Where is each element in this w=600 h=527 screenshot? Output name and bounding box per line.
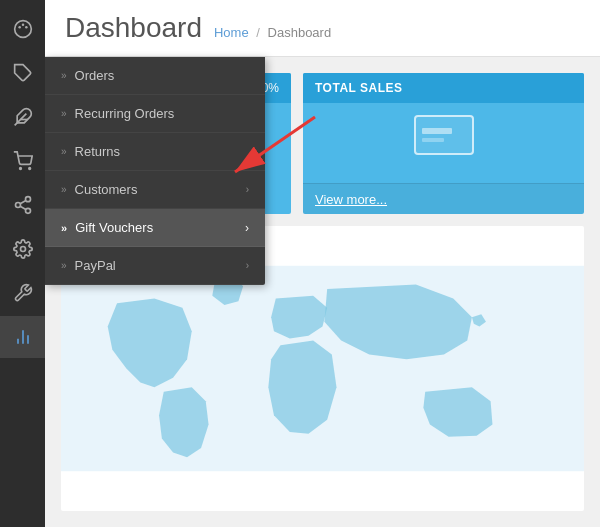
dropdown-item-recurring[interactable]: » Recurring Orders <box>45 95 265 133</box>
dropdown-item-paypal-left: » PayPal <box>61 258 116 273</box>
svg-point-14 <box>20 247 25 252</box>
svg-point-9 <box>25 197 30 202</box>
dropdown-item-gift-label: Gift Vouchers <box>75 220 153 235</box>
sidebar-icon-chart[interactable] <box>0 316 45 358</box>
page-title: Dashboard <box>65 12 202 44</box>
card-stripe-2 <box>422 138 444 142</box>
view-more-link[interactable]: View more... <box>315 192 387 207</box>
breadcrumb-current: Dashboard <box>268 25 332 40</box>
dropdown-menu: » Orders » Recurring Orders » Returns » <box>45 57 265 285</box>
sales-card-label: TOTAL SALES <box>315 81 403 95</box>
chevron-arrow-paypal: › <box>246 260 249 271</box>
credit-card-icon <box>414 115 474 155</box>
svg-point-2 <box>21 24 24 27</box>
svg-point-3 <box>25 26 28 28</box>
dropdown-item-paypal[interactable]: » PayPal › <box>45 247 265 285</box>
sidebar-icon-puzzle[interactable] <box>0 96 45 138</box>
dropdown-item-returns-label: Returns <box>75 144 121 159</box>
dropdown-item-gift-vouchers[interactable]: » Gift Vouchers › <box>45 209 265 247</box>
svg-line-13 <box>20 200 26 203</box>
svg-point-11 <box>25 208 30 213</box>
sales-card-body <box>303 103 584 183</box>
sales-card-header: TOTAL SALES <box>303 73 584 103</box>
sidebar-icon-cart[interactable] <box>0 140 45 182</box>
svg-point-7 <box>19 168 21 170</box>
chevron-right-icon-2: » <box>61 108 67 119</box>
content: TOTAL ORDERS 0% 0 TOTAL SALES <box>45 57 600 527</box>
svg-point-10 <box>15 203 20 208</box>
sidebar-icon-wrench[interactable] <box>0 272 45 314</box>
sidebar-icon-palette[interactable] <box>0 8 45 50</box>
sales-card-footer: View more... <box>303 183 584 214</box>
total-sales-card: TOTAL SALES View more... <box>303 73 584 214</box>
chevron-arrow-gift: › <box>245 221 249 235</box>
chevron-arrow-customers: › <box>246 184 249 195</box>
breadcrumb: Home / Dashboard <box>214 25 331 40</box>
chevron-right-icon-3: » <box>61 146 67 157</box>
header: Dashboard Home / Dashboard <box>45 0 600 57</box>
dropdown-item-customers-left: » Customers <box>61 182 137 197</box>
dropdown-item-customers-label: Customers <box>75 182 138 197</box>
chevron-right-icon-4: » <box>61 184 67 195</box>
sidebar-icon-tag[interactable] <box>0 52 45 94</box>
chevron-right-icon: » <box>61 70 67 81</box>
svg-line-12 <box>20 206 26 209</box>
breadcrumb-home[interactable]: Home <box>214 25 249 40</box>
chevron-right-icon-5: » <box>61 260 67 271</box>
dropdown-item-paypal-label: PayPal <box>75 258 116 273</box>
svg-point-8 <box>28 168 30 170</box>
sidebar <box>0 0 45 527</box>
dropdown-item-orders-label: Orders <box>75 68 115 83</box>
dropdown-item-returns-left: » Returns <box>61 144 120 159</box>
sidebar-icon-share[interactable] <box>0 184 45 226</box>
dropdown-item-orders[interactable]: » Orders <box>45 57 265 95</box>
breadcrumb-separator: / <box>256 25 260 40</box>
dropdown-item-orders-left: » Orders <box>61 68 114 83</box>
svg-point-0 <box>14 21 31 38</box>
svg-point-1 <box>18 26 21 28</box>
dropdown-item-customers[interactable]: » Customers › <box>45 171 265 209</box>
dropdown-item-returns[interactable]: » Returns <box>45 133 265 171</box>
dropdown-item-recurring-label: Recurring Orders <box>75 106 175 121</box>
dropdown-item-recurring-left: » Recurring Orders <box>61 106 174 121</box>
card-stripe-1 <box>422 128 453 134</box>
main-content: Dashboard Home / Dashboard TOTAL ORDERS … <box>45 0 600 527</box>
sidebar-icon-gear[interactable] <box>0 228 45 270</box>
chevron-double-icon: » <box>61 222 67 234</box>
dropdown-item-gift-left: » Gift Vouchers <box>61 220 153 235</box>
